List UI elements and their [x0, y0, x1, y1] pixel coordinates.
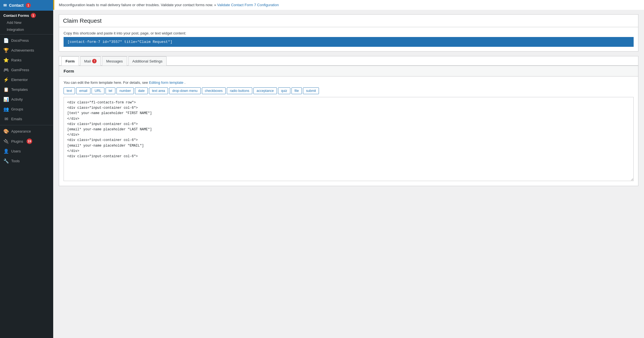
users-label: Users	[11, 149, 21, 153]
emails-label: Emails	[11, 117, 22, 121]
tag-button-drop-down-menu[interactable]: drop-down menu	[169, 87, 200, 94]
sidebar-item-achievements[interactable]: 🏆 Achievements	[0, 45, 53, 55]
sidebar-item-docspress[interactable]: 📄 DocsPress	[0, 36, 53, 45]
achievements-label: Achievements	[11, 48, 34, 52]
sidebar: ✉ Contact 1 Contact Forms 1 Add New Inte…	[0, 0, 53, 338]
achievements-icon: 🏆	[3, 48, 9, 53]
form-title-input[interactable]	[59, 15, 638, 27]
tools-label: Tools	[11, 159, 20, 163]
tab-additional-settings[interactable]: Additional Settings	[128, 56, 167, 66]
tag-button-date[interactable]: date	[135, 87, 148, 94]
tab-mail[interactable]: Mail !	[80, 56, 101, 66]
editing-form-template-link[interactable]: Editing form template	[149, 80, 183, 85]
warning-text: Misconfiguration leads to mail delivery …	[59, 3, 216, 7]
templates-icon: 📋	[3, 87, 9, 92]
appearance-icon: 🎨	[3, 129, 9, 134]
sidebar-item-tools[interactable]: 🔧 Tools	[0, 156, 53, 166]
tabs-container: Form Mail ! Messages Additional Settings	[59, 56, 638, 66]
contact-forms-badge: 1	[31, 13, 36, 18]
main-content: Misconfiguration leads to mail delivery …	[53, 0, 644, 338]
sidebar-item-ranks[interactable]: ⭐ Ranks	[0, 55, 53, 65]
docspress-label: DocsPress	[11, 38, 29, 43]
warning-banner: Misconfiguration leads to mail delivery …	[53, 0, 644, 10]
shortcode-box[interactable]: [contact-form-7 id="3557" title="Claim R…	[64, 37, 634, 47]
form-edit-desc-pre: You can edit the form template here. For…	[64, 80, 148, 85]
elementor-label: Elementor	[11, 78, 28, 82]
tag-button-submit[interactable]: submit	[303, 87, 319, 94]
tabs-bar: Form Mail ! Messages Additional Settings	[59, 56, 638, 66]
sidebar-item-appearance[interactable]: 🎨 Appearance	[0, 126, 53, 136]
form-title-section	[59, 14, 638, 27]
ranks-icon: ⭐	[3, 57, 9, 63]
tag-button-acceptance[interactable]: acceptance	[253, 87, 277, 94]
sidebar-item-emails[interactable]: ✉ Emails	[0, 114, 53, 124]
plugins-label: Plugins	[11, 139, 23, 143]
plugins-badge: 19	[27, 138, 32, 144]
appearance-label: Appearance	[11, 129, 31, 133]
tag-button-number[interactable]: number	[116, 87, 134, 94]
emails-icon: ✉	[3, 116, 9, 122]
tab-form[interactable]: Form	[61, 56, 79, 66]
tag-buttons: textemailURLtelnumberdatetext areadrop-d…	[64, 87, 634, 94]
tab-mail-badge: !	[92, 59, 97, 63]
sidebar-item-activity[interactable]: 📊 Activity	[0, 94, 53, 104]
tag-button-radio-buttons[interactable]: radio buttons	[227, 87, 252, 94]
tag-button-file[interactable]: file	[291, 87, 302, 94]
tag-button-url[interactable]: URL	[92, 87, 104, 94]
tab-additional-settings-label: Additional Settings	[132, 59, 163, 63]
code-editor[interactable]	[64, 97, 634, 181]
form-edit-desc-post: .	[185, 80, 186, 85]
form-section-body: You can edit the form template here. For…	[59, 77, 638, 186]
sidebar-item-users[interactable]: 👤 Users	[0, 146, 53, 156]
tools-icon: 🔧	[3, 158, 9, 164]
tab-mail-label: Mail	[84, 59, 91, 63]
tab-messages-label: Messages	[106, 59, 123, 63]
sidebar-add-new[interactable]: Add New	[0, 19, 53, 26]
contact-forms-label: Contact Forms	[3, 13, 29, 18]
tab-content: Form You can edit the form template here…	[59, 66, 638, 186]
contact-icon: ✉	[3, 3, 7, 8]
sidebar-header[interactable]: ✉ Contact 1	[0, 0, 53, 11]
content-area: Copy this shortcode and paste it into yo…	[53, 10, 644, 338]
warning-link[interactable]: Validate Contact Form 7 Configuration	[217, 3, 279, 7]
users-icon: 👤	[3, 149, 9, 154]
tag-button-text-area[interactable]: text area	[149, 87, 168, 94]
sidebar-item-plugins[interactable]: 🔌 Plugins 19	[0, 136, 53, 146]
groups-label: Groups	[11, 107, 23, 111]
ranks-label: Ranks	[11, 58, 22, 62]
sidebar-item-templates[interactable]: 📋 Templates	[0, 85, 53, 94]
activity-label: Activity	[11, 97, 23, 101]
docspress-icon: 📄	[3, 38, 9, 43]
sidebar-integration[interactable]: Integration	[0, 26, 53, 33]
sidebar-contact-forms[interactable]: Contact Forms 1	[0, 11, 53, 19]
tag-button-checkboxes[interactable]: checkboxes	[202, 87, 226, 94]
tab-form-label: Form	[66, 59, 75, 63]
sidebar-divider-1	[0, 34, 53, 34]
form-section-header: Form	[59, 66, 638, 77]
plugins-icon: 🔌	[3, 139, 9, 144]
tag-button-text[interactable]: text	[64, 87, 75, 94]
tab-messages[interactable]: Messages	[102, 56, 127, 66]
groups-icon: 👥	[3, 107, 9, 112]
form-edit-description: You can edit the form template here. For…	[64, 80, 634, 85]
activity-icon: 📊	[3, 97, 9, 102]
elementor-icon: ⚡	[3, 77, 9, 82]
sidebar-item-gamipress[interactable]: 🎮 GamiPress	[0, 65, 53, 75]
sidebar-divider-2	[0, 125, 53, 125]
tag-button-quiz[interactable]: quiz	[278, 87, 290, 94]
sidebar-item-groups[interactable]: 👥 Groups	[0, 104, 53, 114]
shortcode-label: Copy this shortcode and paste it into yo…	[64, 31, 634, 35]
sidebar-header-badge: 1	[26, 3, 31, 8]
gamipress-icon: 🎮	[3, 67, 9, 73]
templates-label: Templates	[11, 87, 28, 92]
gamipress-label: GamiPress	[11, 68, 29, 72]
sidebar-item-elementor[interactable]: ⚡ Elementor	[0, 75, 53, 85]
sidebar-header-label: Contact	[9, 3, 24, 8]
tag-button-email[interactable]: email	[76, 87, 90, 94]
shortcode-section: Copy this shortcode and paste it into yo…	[59, 27, 638, 52]
tag-button-tel[interactable]: tel	[106, 87, 115, 94]
